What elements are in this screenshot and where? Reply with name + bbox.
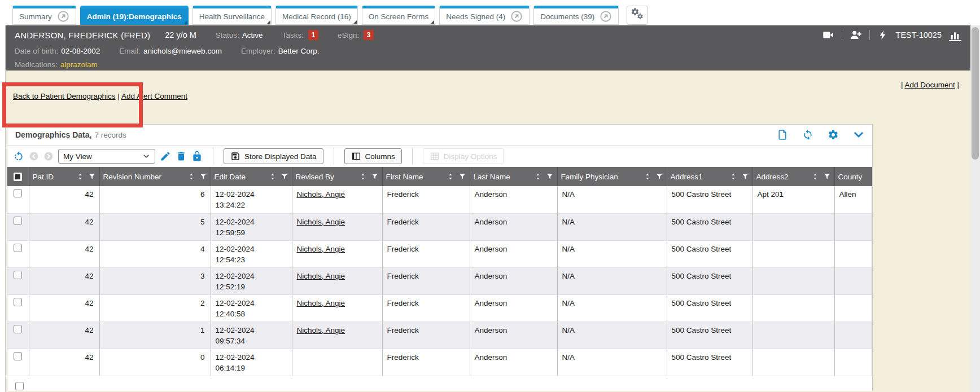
gears-icon xyxy=(631,7,644,23)
revised-by-link[interactable]: Nichols, Angie xyxy=(297,218,345,226)
refresh-icon[interactable] xyxy=(802,129,813,140)
row-checkbox[interactable] xyxy=(14,244,22,252)
medications-value[interactable]: alprazolam xyxy=(60,60,98,69)
prev-view-icon[interactable] xyxy=(29,151,39,161)
add-alert-comment-link[interactable]: Add Alert Comment xyxy=(121,92,187,100)
tasks-badge[interactable]: 1 xyxy=(308,30,318,40)
tab-admin-demographics[interactable]: Admin (19):Demographics xyxy=(80,6,189,25)
tab-documents[interactable]: Documents (39) xyxy=(533,6,619,25)
filter-funnel-icon[interactable] xyxy=(281,173,288,180)
cell-address2 xyxy=(753,213,834,240)
column-header-family-physician[interactable]: Family Physician xyxy=(557,167,667,186)
filter-funnel-icon[interactable] xyxy=(655,173,663,180)
column-header-last-name[interactable]: Last Name xyxy=(470,167,557,186)
filter-funnel-icon[interactable] xyxy=(458,173,466,180)
column-header-revision-number[interactable]: Revision Number xyxy=(99,167,211,186)
cell-revised-by xyxy=(292,349,382,376)
view-select[interactable]: My View xyxy=(58,149,155,164)
tab-on-screen-forms[interactable]: On Screen Forms xyxy=(362,6,436,25)
scrollbar-thumb[interactable] xyxy=(972,27,979,160)
sort-icon[interactable] xyxy=(729,173,737,180)
popout-icon[interactable] xyxy=(57,10,69,23)
row-checkbox[interactable] xyxy=(14,217,22,225)
filter-funnel-icon[interactable] xyxy=(823,173,831,180)
chevron-down-icon xyxy=(142,152,150,160)
vertical-scrollbar[interactable] xyxy=(970,25,980,392)
revised-by-link[interactable]: Nichols, Angie xyxy=(297,299,345,307)
panel-header: Demographics Data, 7 records xyxy=(7,125,872,146)
row-checkbox[interactable] xyxy=(14,352,22,360)
cell-select xyxy=(7,267,29,294)
sort-icon[interactable] xyxy=(644,173,651,180)
settings-gear-icon[interactable] xyxy=(828,129,839,140)
column-header-address2[interactable]: Address2 xyxy=(753,167,834,186)
cell-county: Allen xyxy=(834,186,872,213)
filter-funnel-icon[interactable] xyxy=(199,173,207,180)
undo-icon[interactable] xyxy=(13,151,24,162)
footer-checkbox[interactable] xyxy=(15,382,24,390)
store-button-label: Store Displayed Data xyxy=(244,152,317,161)
column-header-address1[interactable]: Address1 xyxy=(667,167,753,186)
tab-health-surveillance[interactable]: Health Surveillance xyxy=(193,6,272,25)
cell-first-name: Frederick xyxy=(382,321,470,349)
lock-view-icon[interactable] xyxy=(191,151,203,162)
popout-icon[interactable] xyxy=(510,10,523,23)
sort-icon[interactable] xyxy=(447,173,454,180)
bar-chart-icon[interactable] xyxy=(949,29,961,41)
tab-summary[interactable]: Summary xyxy=(12,6,76,25)
edit-view-pencil-icon[interactable] xyxy=(160,151,171,162)
edit-date: 12-02-2024 xyxy=(216,298,287,309)
popout-icon[interactable] xyxy=(600,10,612,23)
cell-county xyxy=(834,294,872,321)
revised-by-link[interactable]: Nichols, Angie xyxy=(297,245,345,253)
cell-pat-id: 42 xyxy=(29,294,99,321)
cell-family-physician: N/A xyxy=(557,213,667,240)
sort-icon[interactable] xyxy=(76,173,84,180)
row-checkbox[interactable] xyxy=(14,271,22,279)
filter-funnel-icon[interactable] xyxy=(741,173,749,180)
select-all-checkbox[interactable] xyxy=(14,173,22,181)
lightning-bolt-icon[interactable] xyxy=(877,29,889,41)
add-person-icon[interactable] xyxy=(850,29,862,41)
collapse-chevron-icon[interactable] xyxy=(853,129,864,140)
cell-revised-by: Nichols, Angie xyxy=(292,213,382,240)
tab-needs-signed[interactable]: Needs Signed (4) xyxy=(439,6,530,25)
sort-icon[interactable] xyxy=(269,173,277,180)
back-to-demographics-link[interactable]: Back to Patient Demographics xyxy=(13,92,116,100)
cell-family-physician: N/A xyxy=(557,186,667,213)
filter-funnel-icon[interactable] xyxy=(546,173,554,180)
revised-by-link[interactable]: Nichols, Angie xyxy=(297,326,345,334)
next-view-icon[interactable] xyxy=(43,151,54,161)
revised-by-link[interactable]: Nichols, Angie xyxy=(297,272,345,280)
column-header-revised-by[interactable]: Revised By xyxy=(292,167,382,186)
sort-icon[interactable] xyxy=(187,173,195,180)
cell-address2 xyxy=(753,349,834,376)
row-checkbox[interactable] xyxy=(14,189,22,197)
filter-funnel-icon[interactable] xyxy=(88,173,96,180)
row-checkbox[interactable] xyxy=(14,325,22,333)
sort-icon[interactable] xyxy=(359,173,367,180)
sort-icon[interactable] xyxy=(534,173,542,180)
dropdown-notch-icon xyxy=(353,20,357,24)
esign-badge[interactable]: 3 xyxy=(364,30,374,40)
column-header-edit-date[interactable]: Edit Date xyxy=(211,167,292,186)
column-header-pat-id[interactable]: Pat ID xyxy=(29,167,99,186)
filter-funnel-icon[interactable] xyxy=(371,173,379,180)
revised-by-link[interactable]: Nichols, Angie xyxy=(297,190,345,199)
tab-medical-record[interactable]: Medical Record (16) xyxy=(275,6,358,25)
tab-settings-button[interactable] xyxy=(627,6,648,25)
delete-view-trash-icon[interactable] xyxy=(176,151,187,162)
store-displayed-data-button[interactable]: Store Displayed Data xyxy=(224,148,323,164)
column-header-county[interactable]: County xyxy=(834,167,872,186)
sort-icon[interactable] xyxy=(811,173,819,180)
cell-first-name: Frederick xyxy=(382,349,470,376)
columns-button[interactable]: Columns xyxy=(344,148,402,164)
column-header-first-name[interactable]: First Name xyxy=(382,167,470,186)
cell-select xyxy=(7,349,29,376)
cell-address1: 500 Castro Street xyxy=(667,294,753,321)
cell-edit-date: 12-02-202406:14:19 xyxy=(211,349,292,376)
new-document-icon[interactable] xyxy=(777,129,788,140)
video-camera-icon[interactable] xyxy=(822,29,834,41)
row-checkbox[interactable] xyxy=(14,298,22,306)
add-document-link[interactable]: Add Document xyxy=(904,81,955,89)
